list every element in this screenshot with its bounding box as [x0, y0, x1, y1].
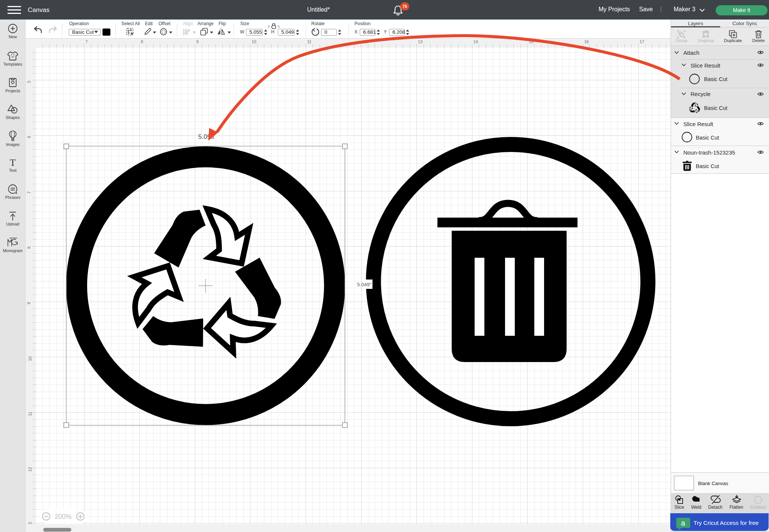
- svg-text:T: T: [10, 158, 16, 167]
- svg-text:a: a: [681, 519, 685, 527]
- svg-text:200%: 200%: [55, 513, 72, 520]
